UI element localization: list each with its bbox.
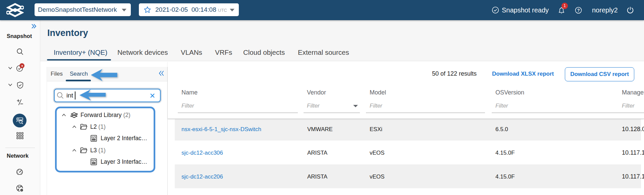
svg-text:?: ?: [577, 8, 580, 13]
